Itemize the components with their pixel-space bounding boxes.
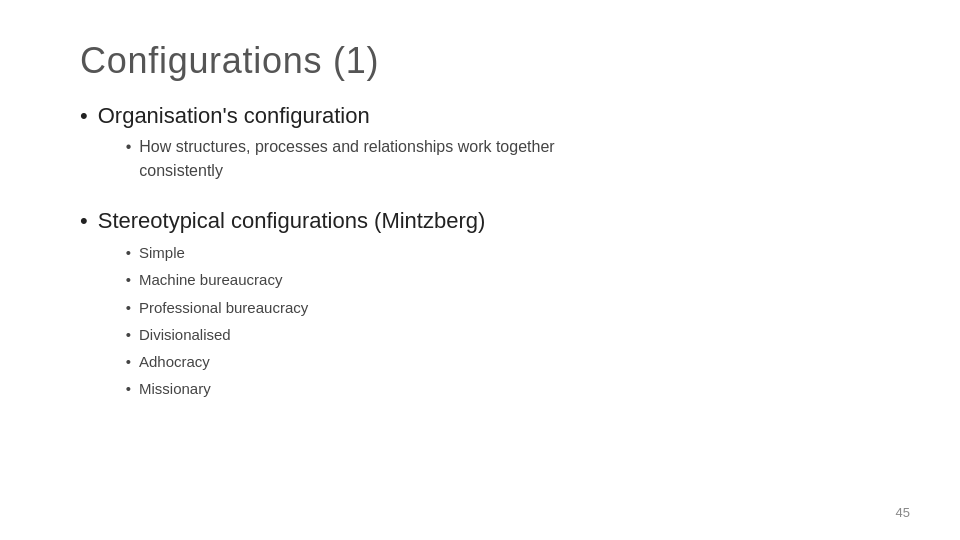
level2-container-org: • How structures, processes and relation… xyxy=(126,135,555,183)
level3-item-machine: • Machine bureaucracy xyxy=(126,268,486,291)
level3-text-simple: Simple xyxy=(139,241,185,264)
level3-text-machine: Machine bureaucracy xyxy=(139,268,282,291)
level1-item-stereotypical: • Stereotypical configurations (Mintzber… xyxy=(80,207,880,405)
bullet-l3-machine: • xyxy=(126,268,131,291)
bullet-l2-how: • xyxy=(126,135,132,159)
level3-text-professional: Professional bureaucracy xyxy=(139,296,308,319)
level2-item-how-structures: • How structures, processes and relation… xyxy=(126,135,555,183)
level1-text-org: Organisation's configuration xyxy=(98,103,370,128)
level3-container-configs: • Simple • Machine bureaucracy • Profess… xyxy=(126,241,486,401)
bullet-l3-professional: • xyxy=(126,296,131,319)
level3-text-adhocracy: Adhocracy xyxy=(139,350,210,373)
level3-item-simple: • Simple xyxy=(126,241,486,264)
bullet-l3-missionary: • xyxy=(126,377,131,400)
slide-title: Configurations (1) xyxy=(80,40,880,82)
level3-item-adhocracy: • Adhocracy xyxy=(126,350,486,373)
bullet-l3-simple: • xyxy=(126,241,131,264)
page-number: 45 xyxy=(896,505,910,520)
bullet-l3-divisionalised: • xyxy=(126,323,131,346)
level3-text-missionary: Missionary xyxy=(139,377,211,400)
level3-item-professional: • Professional bureaucracy xyxy=(126,296,486,319)
level3-text-divisionalised: Divisionalised xyxy=(139,323,231,346)
level1-item-org-config: • Organisation's configuration • How str… xyxy=(80,102,880,193)
bullet-l3-adhocracy: • xyxy=(126,350,131,373)
level3-item-divisionalised: • Divisionalised xyxy=(126,323,486,346)
level3-item-missionary: • Missionary xyxy=(126,377,486,400)
slide: Configurations (1) • Organisation's conf… xyxy=(0,0,960,540)
level1-text-stereo: Stereotypical configurations (Mintzberg) xyxy=(98,208,486,233)
level2-text-how: How structures, processes and relationsh… xyxy=(139,135,554,183)
bullet-l1-org: • xyxy=(80,102,88,131)
bullet-l1-stereo: • xyxy=(80,207,88,236)
